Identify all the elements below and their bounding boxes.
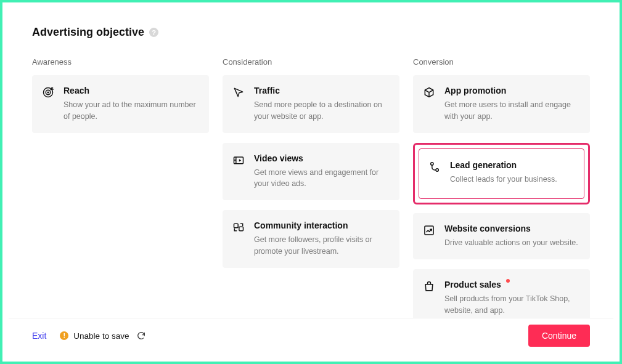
- svg-point-2: [47, 92, 49, 93]
- save-status: Unable to save: [73, 331, 129, 341]
- page-title: Advertising objective: [32, 26, 144, 39]
- svg-point-7: [436, 168, 438, 171]
- card-desc: Get more followers, profile visits or pr…: [254, 234, 389, 257]
- column-header-conversion: Conversion: [413, 57, 590, 67]
- card-website-conversions[interactable]: Website conversions Drive valuable actio…: [413, 213, 590, 259]
- card-lead-generation[interactable]: Lead generation Collect leads for your b…: [419, 148, 584, 200]
- svg-rect-4: [234, 224, 239, 228]
- card-desc: Drive valuable actions on your website.: [444, 237, 579, 249]
- card-desc: Get more views and engagement for your v…: [254, 167, 389, 190]
- lead-icon: [428, 160, 441, 185]
- card-desc: Collect leads for your business.: [450, 174, 574, 185]
- column-header-consideration: Consideration: [223, 57, 399, 67]
- target-icon: [41, 86, 55, 123]
- community-icon: [232, 220, 245, 257]
- card-video-views[interactable]: Video views Get more views and engagemen…: [223, 143, 399, 201]
- card-title: App promotion: [444, 86, 579, 95]
- card-desc: Get more users to install and engage wit…: [444, 99, 579, 123]
- card-title: Reach: [63, 86, 198, 95]
- card-title: Lead generation: [450, 160, 574, 170]
- card-desc: Show your ad to the maximum number of pe…: [63, 99, 198, 123]
- refresh-icon[interactable]: [136, 331, 146, 341]
- card-app-promotion[interactable]: App promotion Get more users to install …: [413, 75, 590, 133]
- card-desc: Send more people to a destination on you…: [254, 99, 389, 123]
- bag-icon: [422, 280, 436, 317]
- column-header-awareness: Awareness: [32, 57, 209, 67]
- card-title: Product sales: [444, 280, 579, 289]
- svg-point-6: [431, 162, 433, 164]
- new-dot-icon: [506, 279, 510, 283]
- card-title: Traffic: [254, 86, 389, 95]
- card-title: Video views: [254, 153, 389, 163]
- svg-rect-5: [239, 227, 243, 231]
- warning-icon: !: [60, 331, 68, 340]
- card-title: Website conversions: [444, 224, 579, 233]
- cursor-icon: [232, 86, 245, 123]
- continue-button[interactable]: Continue: [528, 325, 590, 347]
- help-icon[interactable]: ?: [149, 28, 158, 37]
- card-desc: Sell products from your TikTok Shop, web…: [444, 293, 579, 317]
- svg-rect-8: [425, 226, 433, 235]
- cube-icon: [422, 86, 436, 123]
- exit-button[interactable]: Exit: [32, 331, 46, 341]
- card-community[interactable]: Community interaction Get more followers…: [223, 210, 399, 268]
- card-title: Community interaction: [254, 220, 389, 230]
- card-reach[interactable]: Reach Show your ad to the maximum number…: [32, 75, 209, 133]
- video-icon: [232, 153, 245, 190]
- card-traffic[interactable]: Traffic Send more people to a destinatio…: [223, 75, 399, 133]
- highlight-frame: Lead generation Collect leads for your b…: [413, 143, 590, 205]
- chart-up-icon: [422, 224, 436, 249]
